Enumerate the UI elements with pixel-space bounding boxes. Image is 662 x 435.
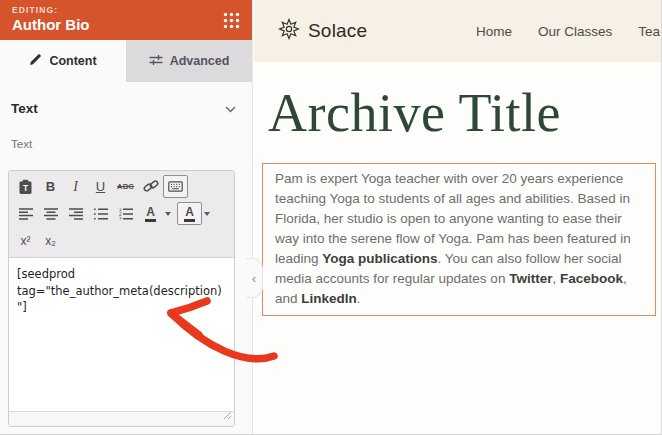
panel-tabs: Content Advanced — [0, 40, 252, 82]
text-section-title: Text — [11, 101, 38, 116]
svg-text:T: T — [23, 183, 29, 193]
tab-content-label: Content — [49, 54, 96, 68]
background-color-dropdown-arrow[interactable] — [204, 212, 210, 216]
chevron-down-icon — [225, 99, 236, 117]
editing-label: EDITING: — [12, 5, 240, 15]
bio-text: , — [552, 271, 560, 286]
background-color-button[interactable]: A — [184, 206, 195, 222]
align-center-icon[interactable] — [38, 202, 63, 225]
author-bio-block-selected[interactable]: Pam is expert Yoga teacher with over 20 … — [262, 163, 656, 316]
site-logo[interactable]: Solace — [278, 18, 367, 44]
toolbar-row-2: 1 2 3 A A — [13, 200, 230, 227]
site-nav: Home Our Classes Tea — [476, 24, 660, 39]
site-logo-text: Solace — [308, 20, 367, 42]
page-builder-app: EDITING: Author Bio Co — [0, 0, 662, 435]
nav-item-home[interactable]: Home — [476, 24, 512, 39]
text-field-label: Text — [11, 138, 252, 150]
widget-title: Author Bio — [12, 16, 240, 33]
tab-content[interactable]: Content — [0, 40, 126, 82]
text-section-header[interactable]: Text — [0, 82, 252, 117]
link-icon[interactable] — [138, 175, 163, 198]
bio-link[interactable]: LinkedIn — [301, 291, 357, 306]
nav-item-teachers-truncated[interactable]: Tea — [638, 24, 660, 39]
paste-as-text-button[interactable]: T — [13, 175, 38, 198]
svg-text:3: 3 — [119, 216, 122, 219]
tab-advanced-label: Advanced — [170, 54, 230, 68]
bio-link[interactable]: Facebook — [560, 271, 623, 286]
live-preview: Solace Home Our Classes Tea Archive Titl… — [254, 0, 662, 435]
flower-logo-icon — [278, 18, 300, 44]
widget-header: EDITING: Author Bio — [0, 0, 252, 40]
text-color-button[interactable]: A — [145, 206, 156, 222]
nav-item-our-classes[interactable]: Our Classes — [538, 24, 612, 39]
bio-link[interactable]: Yoga publications — [322, 251, 437, 266]
preview-body: Archive Title Pam is expert Yoga teacher… — [254, 62, 662, 316]
text-editor-area[interactable]: [seedprod tag="the_author_meta(descripti… — [9, 258, 234, 411]
strikethrough-button[interactable]: ABC — [113, 175, 138, 198]
italic-button[interactable]: I — [63, 175, 88, 198]
pencil-icon — [29, 53, 42, 69]
toolbar-row-3: x² x₂ — [13, 227, 230, 254]
drag-handle-grid-icon[interactable] — [223, 12, 240, 33]
subscript-button[interactable]: x₂ — [38, 229, 63, 252]
resize-grip-icon[interactable] — [223, 406, 232, 424]
archive-title-heading: Archive Title — [268, 86, 662, 140]
toolbar-row-1: T B I U ABC — [13, 173, 230, 200]
tab-advanced[interactable]: Advanced — [126, 40, 252, 82]
bio-text: . — [357, 291, 361, 306]
sidebar-collapse-button[interactable]: ‹ — [246, 258, 263, 298]
editor-statusbar — [9, 411, 234, 426]
align-right-icon[interactable] — [63, 202, 88, 225]
site-header: Solace Home Our Classes Tea — [254, 0, 662, 62]
bold-button[interactable]: B — [38, 175, 63, 198]
editor-toolbar: T B I U ABC — [9, 171, 234, 258]
numbered-list-icon[interactable]: 1 2 3 — [113, 202, 138, 225]
settings-sidebar: EDITING: Author Bio Co — [0, 0, 253, 435]
align-left-icon[interactable] — [13, 202, 38, 225]
rich-text-editor: T B I U ABC — [8, 170, 235, 427]
text-color-dropdown-arrow[interactable] — [165, 212, 171, 216]
underline-button[interactable]: U — [88, 175, 113, 198]
superscript-button[interactable]: x² — [13, 229, 38, 252]
chevron-left-icon: ‹ — [252, 271, 256, 286]
bullet-list-icon[interactable] — [88, 202, 113, 225]
keyboard-icon[interactable] — [163, 175, 188, 198]
bio-link[interactable]: Twitter — [509, 271, 552, 286]
sliders-icon — [149, 54, 163, 69]
